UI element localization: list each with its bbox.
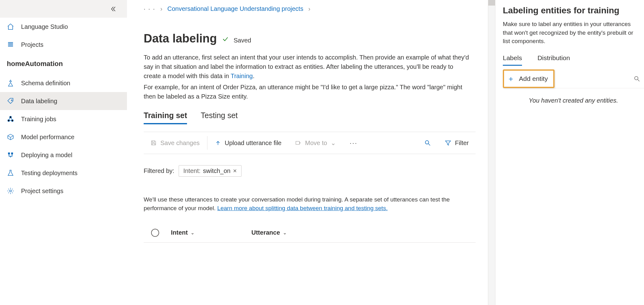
sidebar-item-data-labeling[interactable]: Data labeling bbox=[0, 92, 127, 110]
nav-label: Data labeling bbox=[21, 98, 57, 105]
chevron-down-icon: ⌄ bbox=[283, 230, 287, 235]
cube-icon bbox=[7, 133, 21, 141]
filter-pill-value: switch_on bbox=[203, 167, 231, 175]
column-label: Intent bbox=[171, 229, 188, 236]
toolbar-label: Save changes bbox=[160, 139, 200, 147]
schema-icon bbox=[7, 79, 21, 87]
deploy-icon bbox=[7, 151, 21, 159]
flask-icon bbox=[7, 169, 21, 177]
select-all-checkbox[interactable] bbox=[151, 229, 159, 237]
intro-text: To add an utterance, first select an int… bbox=[144, 54, 469, 79]
svg-point-11 bbox=[635, 76, 638, 80]
toolbar-label: Move to bbox=[305, 139, 327, 147]
entity-panel: Labeling entities for training Make sure… bbox=[495, 0, 644, 305]
plus-icon: ＋ bbox=[507, 74, 515, 84]
toolbar: Save changes Upload utterance file Move … bbox=[144, 132, 476, 154]
tag-icon bbox=[7, 97, 21, 105]
check-icon bbox=[222, 36, 229, 42]
svg-rect-6 bbox=[8, 152, 10, 154]
chevron-right-icon: › bbox=[308, 5, 311, 12]
sidebar-item-language-studio[interactable]: Language Studio bbox=[0, 18, 127, 36]
nav-label: Project settings bbox=[21, 188, 63, 195]
sidebar-item-project-settings[interactable]: Project settings bbox=[0, 182, 127, 200]
chevron-down-icon: ⌄ bbox=[191, 230, 194, 235]
upload-icon bbox=[215, 140, 221, 146]
sidebar-item-deploying[interactable]: Deploying a model bbox=[0, 146, 127, 164]
nav-label: Model performance bbox=[21, 134, 74, 141]
move-to-button: Move to ⌄ bbox=[288, 132, 343, 154]
project-name: homeAutomation bbox=[0, 54, 127, 74]
moveto-icon bbox=[295, 140, 301, 146]
toolbar-label: Upload utterance file bbox=[225, 139, 281, 147]
search-icon[interactable] bbox=[633, 75, 640, 82]
intro-paragraph-1: To add an utterance, first select an int… bbox=[144, 53, 472, 81]
add-entity-row: ＋ Add entity bbox=[503, 69, 644, 88]
sidebar: Language Studio Projects homeAutomation … bbox=[0, 0, 127, 305]
page-title: Data labeling bbox=[144, 32, 217, 45]
search-icon bbox=[424, 139, 431, 146]
split-note: We'll use these utterances to create you… bbox=[144, 195, 472, 212]
no-entities-message: You haven't created any entities. bbox=[503, 97, 644, 104]
sidebar-item-model-performance[interactable]: Model performance bbox=[0, 128, 127, 146]
sidebar-item-schema[interactable]: Schema definition bbox=[0, 74, 127, 92]
svg-rect-9 bbox=[296, 141, 300, 144]
filter-button[interactable]: Filter bbox=[438, 132, 476, 154]
saved-status: Saved bbox=[234, 37, 251, 44]
tab-distribution[interactable]: Distribution bbox=[537, 54, 570, 66]
sidebar-item-training-jobs[interactable]: Training jobs bbox=[0, 110, 127, 128]
filter-pill-intent[interactable]: Intent: switch_on ✕ bbox=[179, 165, 242, 177]
chevron-down-icon: ⌄ bbox=[331, 139, 336, 147]
vertical-scrollbar[interactable] bbox=[488, 0, 495, 305]
column-label: Utterance bbox=[251, 229, 280, 236]
nav-label: Projects bbox=[21, 41, 43, 48]
dataset-tabs: Training set Testing set bbox=[144, 111, 476, 124]
cluster-icon bbox=[7, 115, 21, 123]
utterance-table-header: Intent ⌄ Utterance ⌄ bbox=[144, 223, 476, 243]
scroll-arrow-up-icon[interactable] bbox=[488, 0, 495, 6]
save-icon bbox=[150, 140, 157, 146]
column-header-utterance[interactable]: Utterance ⌄ bbox=[251, 229, 287, 236]
list-icon bbox=[7, 41, 21, 48]
tab-training-set[interactable]: Training set bbox=[144, 111, 187, 124]
nav-label: Testing deployments bbox=[21, 170, 77, 177]
svg-rect-7 bbox=[11, 152, 13, 154]
collapse-sidebar-icon[interactable] bbox=[110, 6, 116, 12]
nav-label: Training jobs bbox=[21, 116, 56, 123]
filter-row: Filtered by: Intent: switch_on ✕ bbox=[144, 165, 476, 177]
add-entity-label: Add entity bbox=[519, 75, 548, 82]
sidebar-item-projects[interactable]: Projects bbox=[0, 36, 127, 54]
svg-point-8 bbox=[10, 190, 11, 192]
entity-tabs: Labels Distribution bbox=[503, 54, 644, 66]
tab-labels[interactable]: Labels bbox=[503, 54, 522, 66]
sidebar-header-bar bbox=[0, 0, 127, 18]
sidebar-item-testing[interactable]: Testing deployments bbox=[0, 164, 127, 182]
tab-testing-set[interactable]: Testing set bbox=[201, 111, 238, 124]
toolbar-overflow-button[interactable]: ··· bbox=[343, 132, 364, 154]
close-icon[interactable]: ✕ bbox=[233, 168, 237, 174]
svg-point-10 bbox=[425, 141, 429, 144]
intro-text: . bbox=[253, 73, 255, 79]
save-changes-button: Save changes bbox=[144, 132, 207, 154]
training-link[interactable]: Training bbox=[231, 73, 253, 79]
column-header-intent[interactable]: Intent ⌄ bbox=[171, 229, 251, 236]
home-icon bbox=[7, 23, 21, 30]
breadcrumb: · · · › Conversational Language Understa… bbox=[144, 0, 476, 18]
breadcrumb-link-projects[interactable]: Conversational Language Understanding pr… bbox=[167, 5, 303, 12]
learn-more-link[interactable]: Learn more about splitting data between … bbox=[217, 205, 388, 211]
filter-icon bbox=[445, 139, 451, 146]
filtered-by-label: Filtered by: bbox=[144, 167, 174, 175]
toolbar-divider bbox=[207, 136, 207, 150]
more-icon: ··· bbox=[350, 139, 358, 147]
breadcrumb-ellipsis[interactable]: · · · bbox=[144, 5, 155, 12]
nav-label: Language Studio bbox=[21, 23, 68, 30]
search-button[interactable] bbox=[417, 132, 438, 154]
upload-utterance-button[interactable]: Upload utterance file bbox=[208, 132, 288, 154]
right-panel-title: Labeling entities for training bbox=[503, 6, 644, 15]
right-panel-description: Make sure to label any entities in your … bbox=[503, 20, 639, 46]
main-content: · · · › Conversational Language Understa… bbox=[127, 0, 488, 305]
nav-label: Deploying a model bbox=[21, 152, 72, 159]
add-entity-button[interactable]: ＋ Add entity bbox=[503, 69, 555, 88]
toolbar-label: Filter bbox=[455, 139, 469, 147]
filter-pill-key: Intent: bbox=[183, 167, 201, 175]
chevron-right-icon: › bbox=[160, 5, 163, 12]
